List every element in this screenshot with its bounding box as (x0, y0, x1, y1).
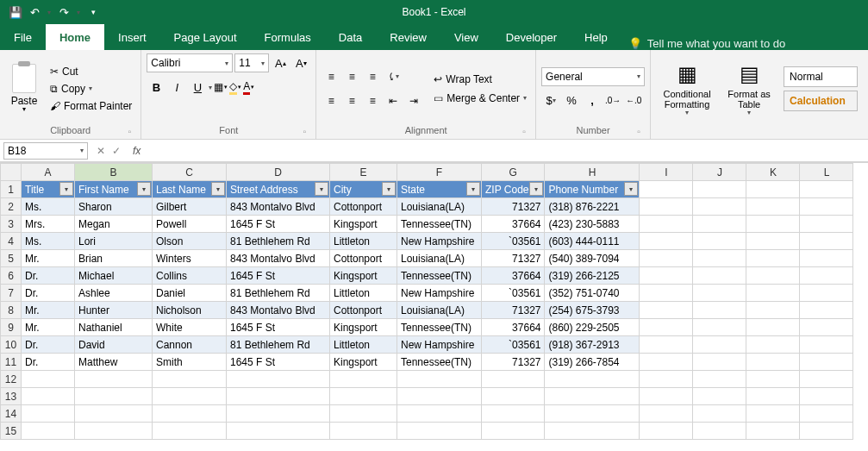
number-dialog-launcher-icon[interactable]: ▫ (633, 125, 645, 137)
filter-dropdown-icon[interactable]: ▾ (211, 182, 225, 196)
cell[interactable]: 81 Bethlehem Rd (227, 233, 330, 250)
cell[interactable] (800, 198, 853, 216)
cell[interactable] (800, 267, 853, 285)
cell[interactable] (640, 250, 693, 267)
cell[interactable] (75, 371, 153, 388)
cell[interactable]: Littleton (330, 285, 397, 302)
tab-page-layout[interactable]: Page Layout (160, 24, 251, 50)
cell[interactable] (75, 423, 153, 440)
column-header[interactable]: E (330, 164, 397, 181)
cell[interactable]: Littleton (330, 336, 397, 354)
cell[interactable]: 1645 F St (227, 319, 330, 336)
cell[interactable]: Lori (75, 233, 153, 250)
cell[interactable] (22, 371, 75, 388)
cell[interactable]: 37664 (482, 267, 545, 285)
row-header[interactable]: 9 (1, 319, 22, 336)
cell[interactable]: White (153, 319, 227, 336)
copy-dropdown-icon[interactable]: ▾ (89, 85, 92, 92)
font-name-select[interactable]: Calibri▾ (147, 53, 233, 72)
cell-style-normal[interactable]: Normal (784, 66, 858, 87)
cell[interactable] (746, 198, 800, 216)
paste-dropdown-icon[interactable]: ▾ (22, 105, 26, 113)
cell[interactable] (482, 388, 545, 405)
cell[interactable] (640, 319, 693, 336)
cell[interactable]: Ashlee (75, 285, 153, 302)
cell-style-calculation[interactable]: Calculation (784, 91, 858, 111)
cell[interactable] (746, 250, 800, 267)
cell[interactable]: 843 Montalvo Blvd (227, 198, 330, 216)
cell[interactable]: Littleton (330, 233, 397, 250)
cell[interactable] (800, 319, 853, 336)
cell[interactable]: 37664 (482, 216, 545, 233)
cell[interactable]: Cottonport (330, 250, 397, 267)
cell[interactable] (640, 423, 693, 440)
cell[interactable]: Kingsport (330, 354, 397, 371)
table-header-cell[interactable]: Title▾ (22, 181, 75, 198)
column-header[interactable]: G (482, 164, 545, 181)
cell[interactable]: Louisiana(LA) (397, 198, 482, 216)
cell[interactable] (746, 233, 800, 250)
cell[interactable]: 1645 F St (227, 267, 330, 285)
name-box[interactable]: B18▾ (3, 142, 88, 160)
column-header[interactable]: K (746, 164, 800, 181)
align-center-button[interactable]: ≡ (342, 91, 361, 110)
cell[interactable]: Nicholson (153, 302, 227, 319)
cell[interactable]: 71327 (482, 354, 545, 371)
cell[interactable]: `03561 (482, 233, 545, 250)
tab-view[interactable]: View (440, 24, 492, 50)
cell[interactable]: New Hampshire (397, 285, 482, 302)
select-all-corner[interactable] (1, 164, 22, 181)
cell[interactable] (800, 250, 853, 267)
cell[interactable] (640, 181, 693, 198)
cell[interactable]: 81 Bethlehem Rd (227, 285, 330, 302)
increase-decimal-button[interactable]: .0→ (603, 91, 622, 110)
cell[interactable]: David (75, 336, 153, 354)
table-header-cell[interactable]: City▾ (330, 181, 397, 198)
cell[interactable] (75, 388, 153, 405)
cell[interactable] (800, 233, 853, 250)
cell[interactable]: Hunter (75, 302, 153, 319)
cell[interactable] (640, 233, 693, 250)
cell[interactable] (746, 388, 800, 405)
cell[interactable] (153, 423, 227, 440)
cell[interactable] (640, 267, 693, 285)
cell[interactable] (330, 405, 397, 423)
cell[interactable] (693, 233, 746, 250)
filter-dropdown-icon[interactable]: ▾ (466, 182, 480, 196)
cell[interactable]: Michael (75, 267, 153, 285)
increase-font-button[interactable]: A▴ (271, 53, 290, 72)
decrease-font-button[interactable]: A▾ (291, 53, 310, 72)
cell[interactable] (693, 388, 746, 405)
cell[interactable]: Winters (153, 250, 227, 267)
tab-review[interactable]: Review (376, 24, 440, 50)
cell[interactable] (800, 302, 853, 319)
cell[interactable]: Tennessee(TN) (397, 354, 482, 371)
cell[interactable] (746, 423, 800, 440)
cell[interactable]: Cottonport (330, 302, 397, 319)
cell[interactable]: Olson (153, 233, 227, 250)
cell[interactable] (153, 371, 227, 388)
cell[interactable] (482, 423, 545, 440)
cell[interactable] (397, 371, 482, 388)
cell[interactable]: 71327 (482, 250, 545, 267)
cell[interactable] (800, 181, 853, 198)
tab-help[interactable]: Help (571, 24, 621, 50)
table-header-cell[interactable]: Phone Number▾ (545, 181, 640, 198)
cell[interactable] (746, 285, 800, 302)
underline-button[interactable]: U (188, 78, 207, 97)
enter-formula-icon[interactable]: ✓ (112, 145, 121, 157)
cell[interactable]: Matthew (75, 354, 153, 371)
cell[interactable]: Gilbert (153, 198, 227, 216)
cell[interactable] (640, 302, 693, 319)
row-header[interactable]: 12 (1, 371, 22, 388)
cell[interactable]: Dr. (22, 267, 75, 285)
cell[interactable]: (540) 389-7094 (545, 250, 640, 267)
cell[interactable] (693, 319, 746, 336)
cell[interactable]: Mr. (22, 302, 75, 319)
column-header[interactable]: L (800, 164, 853, 181)
cell[interactable] (640, 371, 693, 388)
cell[interactable]: Dr. (22, 354, 75, 371)
cell[interactable] (746, 405, 800, 423)
cell[interactable] (693, 336, 746, 354)
font-color-button[interactable]: A▾ (243, 80, 254, 95)
